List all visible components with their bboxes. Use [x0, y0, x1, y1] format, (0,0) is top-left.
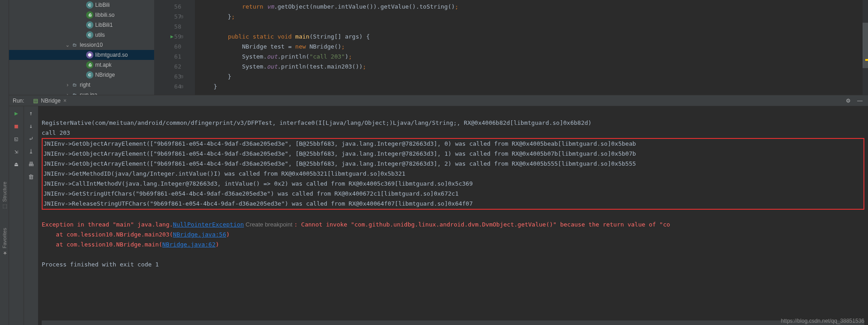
- tree-item-label: libmtguard.so: [95, 52, 128, 58]
- pin-icon[interactable]: ⇲: [12, 147, 20, 155]
- create-breakpoint-hint[interactable]: Create breakpoint: [244, 221, 294, 228]
- settings-icon[interactable]: ⚙: [846, 98, 851, 104]
- exception-line: Exception in thread "main" java.lang.Nul…: [42, 221, 244, 228]
- run-config-tab[interactable]: ▤ NBridge ×: [30, 98, 69, 104]
- tree-item-label: sun.jna: [80, 92, 97, 95]
- tree-item-label: right: [80, 82, 90, 88]
- up-icon[interactable]: ↑: [27, 109, 35, 117]
- tree-item-libbili[interactable]: CLibBili: [9, 0, 154, 10]
- tree-item-nbridge[interactable]: CNBridge: [9, 70, 154, 80]
- file-icon: ⎙: [86, 11, 93, 19]
- project-tree[interactable]: CLibBili⎙libbili.soCLibBili1Cutils⌄🗀less…: [9, 0, 154, 95]
- scroll-end-icon[interactable]: ⤓: [27, 147, 35, 155]
- tree-item-libbili-so[interactable]: ⎙libbili.so: [9, 10, 154, 20]
- folder-icon: 🗀: [71, 81, 78, 89]
- run-toolbar-primary: ▶ ■ ◱ ⇲ ⏏: [9, 106, 24, 325]
- down-icon[interactable]: ↓: [27, 122, 35, 130]
- tree-item-label: utils: [95, 32, 105, 38]
- left-tool-rail: ⬚Structure ★Favorites: [0, 0, 9, 325]
- stack-link-1[interactable]: NBridge.java:56: [173, 231, 226, 238]
- console-h-scrollbar[interactable]: [42, 320, 864, 325]
- scrollbar-thumb[interactable]: [863, 23, 868, 68]
- console-text: RegisterNative(com/meituan/android/commo…: [42, 119, 592, 136]
- clear-icon[interactable]: 🗑: [27, 172, 35, 181]
- binary-icon: ⬢: [86, 51, 93, 59]
- chevron-icon: ›: [64, 92, 71, 95]
- tree-item-mt-apk[interactable]: ⎙mt.apk: [9, 60, 154, 70]
- print-icon[interactable]: 🖶: [27, 160, 35, 168]
- exit-icon[interactable]: ⏏: [12, 160, 20, 168]
- fold-icon[interactable]: ⊟: [180, 12, 183, 22]
- run-label: Run:: [13, 98, 24, 104]
- exception-class-link[interactable]: NullPointerException: [173, 221, 244, 228]
- tree-item-label: LibBili: [95, 2, 110, 8]
- editor-gutter: 5657⊟5859▶⊟60616263⊟64⊟: [154, 0, 195, 95]
- console-output[interactable]: RegisterNative(com/meituan/android/commo…: [38, 106, 868, 325]
- folder-icon: 🗀: [71, 41, 78, 49]
- chevron-icon: ›: [64, 82, 71, 88]
- process-finished: Process finished with exit code 1: [42, 261, 159, 268]
- tree-item-label: libbili.so: [95, 12, 115, 18]
- folder-icon: 🗀: [71, 91, 78, 95]
- tree-item-label: NBridge: [95, 72, 115, 78]
- highlighted-output: JNIEnv->GetObjectArrayElement(["9b69f861…: [42, 138, 864, 210]
- fold-icon[interactable]: ⊟: [180, 32, 183, 42]
- stack-frame-1: at com.lession10.NBridge.main203(NBridge…: [42, 231, 230, 238]
- watermark: https://blog.csdn.net/qq_38851536: [781, 318, 864, 324]
- run-config-icon: ▤: [33, 98, 38, 104]
- tree-item-libbili1[interactable]: CLibBili1: [9, 20, 154, 30]
- fold-icon[interactable]: ⊟: [180, 82, 183, 92]
- fold-icon[interactable]: ⊟: [180, 72, 183, 82]
- file-icon: ⎙: [86, 61, 93, 69]
- run-tab-bar: Run: ▤ NBridge × ⚙ —: [9, 95, 868, 106]
- warning-marker: [865, 59, 868, 61]
- tree-item-label: mt.apk: [95, 62, 112, 68]
- tree-item-right[interactable]: ›🗀right: [9, 80, 154, 90]
- stack-frame-2: at com.lession10.NBridge.main(NBridge.ja…: [42, 241, 219, 248]
- class-icon: C: [86, 71, 93, 79]
- soft-wrap-icon[interactable]: ⤶: [27, 134, 35, 143]
- layout-icon[interactable]: ◱: [12, 134, 20, 143]
- close-tab-icon[interactable]: ×: [63, 98, 67, 104]
- favorites-tool-button[interactable]: ★Favorites: [1, 228, 7, 256]
- stop-icon[interactable]: ■: [12, 122, 20, 130]
- rerun-icon[interactable]: ▶: [12, 109, 20, 117]
- tree-item-libmtguard-so[interactable]: ⬢libmtguard.so: [9, 50, 154, 60]
- chevron-icon: ⌄: [64, 42, 71, 48]
- class-icon: C: [86, 21, 93, 29]
- tree-item-label: lession10: [80, 42, 103, 48]
- run-gutter-icon[interactable]: ▶: [170, 32, 174, 42]
- tree-item-utils[interactable]: Cutils: [9, 30, 154, 40]
- structure-tool-button[interactable]: ⬚Structure: [1, 182, 7, 210]
- tree-item-lession10[interactable]: ⌄🗀lession10: [9, 40, 154, 50]
- class-icon: C: [86, 31, 93, 39]
- code-editor[interactable]: 5657⊟5859▶⊟60616263⊟64⊟ return vm.getObj…: [154, 0, 868, 95]
- tree-item-label: LibBili1: [95, 22, 113, 28]
- minimize-icon[interactable]: —: [857, 98, 863, 104]
- editor-scrollbar[interactable]: [863, 0, 868, 95]
- class-icon: C: [86, 1, 93, 9]
- run-toolbar-secondary: ↑ ↓ ⤶ ⤓ 🖶 🗑: [24, 106, 38, 325]
- stack-link-2[interactable]: NBridge.java:62: [162, 241, 215, 248]
- tree-item-sun-jna[interactable]: ›🗀sun.jna: [9, 90, 154, 95]
- editor-code[interactable]: return vm.getObject(number.intValue()).g…: [195, 0, 868, 95]
